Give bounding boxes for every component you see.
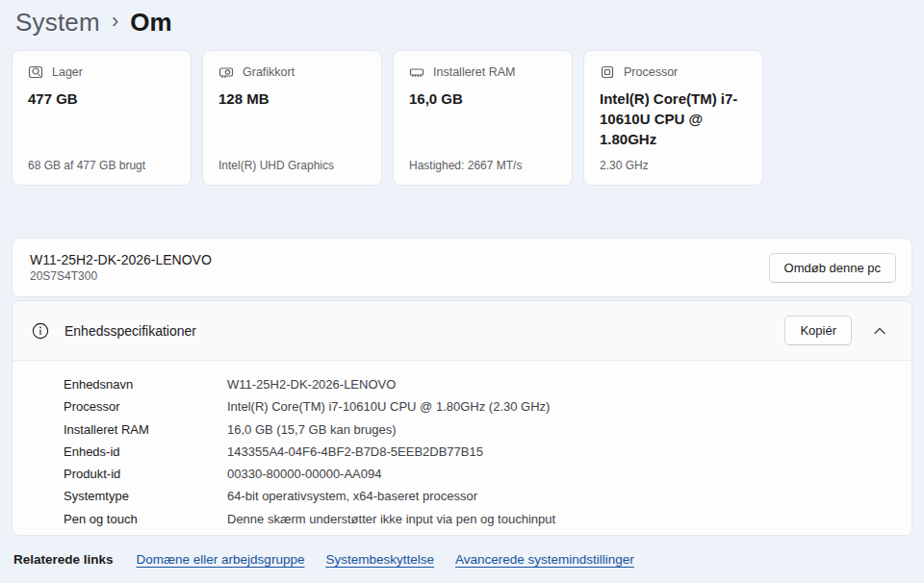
card-cpu-footer: 2.30 GHz bbox=[600, 159, 747, 172]
storage-icon bbox=[28, 64, 43, 80]
breadcrumb: System › Om bbox=[0, 0, 924, 42]
spec-label: Produkt-id bbox=[64, 463, 227, 485]
card-storage-value: 477 GB bbox=[28, 89, 175, 109]
spec-row-product-id: Produkt-id 00330-80000-00000-AA094 bbox=[64, 463, 896, 485]
spec-row-pen-touch: Pen og touch Denne skærm understøtter ik… bbox=[64, 508, 896, 530]
spec-value: 16,0 GB (15,7 GB kan bruges) bbox=[227, 418, 397, 441]
card-gpu-footer: Intel(R) UHD Graphics bbox=[218, 159, 366, 172]
card-gpu-header: Grafikkort bbox=[218, 64, 366, 80]
specifications-title: Enhedsspecifikationer bbox=[64, 323, 196, 339]
spec-value: W11-25H2-DK-2026-LENOVO bbox=[227, 373, 396, 395]
chevron-right-icon: › bbox=[112, 9, 118, 37]
spec-row-ram: Installeret RAM 16,0 GB (15,7 GB kan bru… bbox=[64, 418, 896, 441]
card-ram-value: 16,0 GB bbox=[409, 89, 556, 109]
collapse-expander-button[interactable] bbox=[869, 322, 890, 340]
card-ram-label: Installeret RAM bbox=[433, 65, 515, 79]
chevron-up-icon bbox=[873, 326, 886, 336]
card-storage: Lager 477 GB 68 GB af 477 GB brugt bbox=[12, 50, 192, 186]
card-cpu-label: Processor bbox=[624, 65, 678, 79]
card-storage-footer: 68 GB af 477 GB brugt bbox=[28, 159, 175, 172]
link-system-protection[interactable]: Systembeskyttelse bbox=[325, 552, 434, 567]
copy-button[interactable]: Kopiér bbox=[784, 316, 852, 345]
spec-value: Intel(R) Core(TM) i7-10610U CPU @ 1.80GH… bbox=[227, 395, 550, 418]
card-ram: Installeret RAM 16,0 GB Hastighed: 2667 … bbox=[393, 50, 573, 186]
device-model: 20S7S4T300 bbox=[30, 269, 212, 283]
spec-value: 143355A4-04F6-4BF2-B7D8-5EEB2DB77B15 bbox=[227, 441, 483, 463]
spec-value: Denne skærm understøtter ikke input via … bbox=[227, 508, 555, 530]
spec-label: Enhedsnavn bbox=[64, 373, 227, 395]
related-links-row: Relaterede links Domæne eller arbejdsgru… bbox=[13, 552, 634, 567]
spec-row-device-name: Enhedsnavn W11-25H2-DK-2026-LENOVO bbox=[64, 373, 896, 395]
spec-label: Pen og touch bbox=[64, 508, 227, 530]
card-cpu-header: Processor bbox=[600, 64, 747, 80]
card-storage-header: Lager bbox=[28, 64, 175, 80]
spec-row-system-type: Systemtype 64-bit operativsystem, x64-ba… bbox=[64, 485, 896, 507]
spec-label: Installeret RAM bbox=[64, 418, 227, 441]
card-gpu-label: Grafikkort bbox=[243, 65, 295, 79]
related-links-label: Relaterede links bbox=[13, 552, 114, 567]
device-specifications-panel: Enhedsspecifikationer Kopiér Enhedsnavn … bbox=[12, 300, 912, 536]
card-storage-label: Lager bbox=[52, 65, 83, 79]
card-ram-footer: Hastighed: 2667 MT/s bbox=[409, 159, 556, 172]
spec-label: Processor bbox=[64, 395, 227, 418]
link-domain-workgroup[interactable]: Domæne eller arbejdsgruppe bbox=[137, 552, 305, 567]
link-advanced-system-settings[interactable]: Avancerede systemindstillinger bbox=[455, 552, 634, 567]
summary-cards: Lager 477 GB 68 GB af 477 GB brugt Grafi… bbox=[12, 50, 763, 186]
card-cpu-value: Intel(R) Core(TM) i7-10610U CPU @ 1.80GH… bbox=[600, 89, 747, 149]
device-name: W11-25H2-DK-2026-LENOVO bbox=[30, 252, 212, 267]
info-icon bbox=[32, 322, 49, 340]
cpu-icon bbox=[600, 64, 615, 80]
device-name-panel: W11-25H2-DK-2026-LENOVO 20S7S4T300 Omdøb… bbox=[12, 238, 912, 297]
card-gpu: Grafikkort 128 MB Intel(R) UHD Graphics bbox=[202, 50, 382, 186]
spec-value: 64-bit operativsystem, x64-baseret proce… bbox=[227, 485, 477, 507]
device-identity: W11-25H2-DK-2026-LENOVO 20S7S4T300 bbox=[30, 252, 212, 283]
specifications-table: Enhedsnavn W11-25H2-DK-2026-LENOVO Proce… bbox=[13, 361, 911, 536]
spec-label: Enheds-id bbox=[64, 441, 227, 463]
spec-row-processor: Processor Intel(R) Core(TM) i7-10610U CP… bbox=[64, 395, 896, 418]
specifications-expander-header[interactable]: Enhedsspecifikationer Kopiér bbox=[13, 301, 911, 361]
spec-row-device-id: Enheds-id 143355A4-04F6-4BF2-B7D8-5EEB2D… bbox=[64, 441, 896, 463]
spec-value: 00330-80000-00000-AA094 bbox=[227, 463, 381, 485]
breadcrumb-system[interactable]: System bbox=[15, 8, 100, 38]
card-ram-header: Installeret RAM bbox=[409, 64, 556, 80]
page-title: Om bbox=[130, 8, 171, 38]
ram-icon bbox=[409, 64, 424, 80]
spec-label: Systemtype bbox=[64, 485, 227, 507]
gpu-icon bbox=[218, 64, 234, 80]
card-gpu-value: 128 MB bbox=[218, 89, 366, 109]
rename-pc-button[interactable]: Omdøb denne pc bbox=[769, 253, 896, 283]
card-cpu: Processor Intel(R) Core(TM) i7-10610U CP… bbox=[583, 50, 763, 186]
